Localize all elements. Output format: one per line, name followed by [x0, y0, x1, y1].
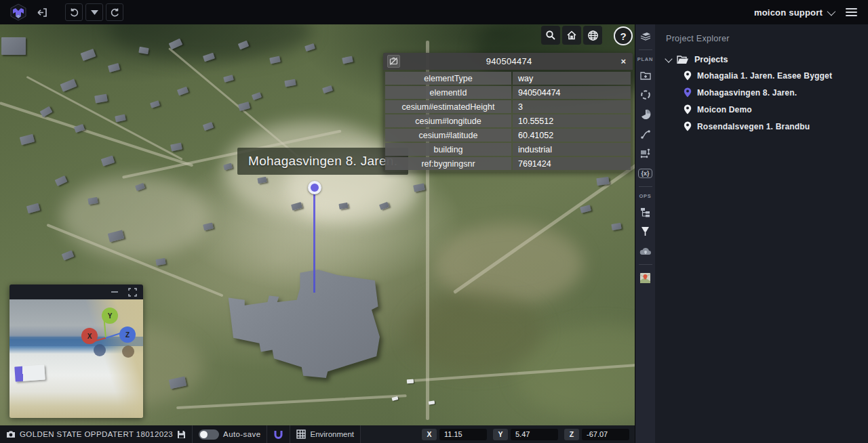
- gizmo-axis-y[interactable]: Y: [102, 308, 118, 324]
- gizmo-axis-negative[interactable]: [94, 344, 106, 356]
- map-building: [342, 56, 353, 64]
- property-row[interactable]: elementId 940504474: [385, 86, 631, 99]
- spline-icon[interactable]: [638, 127, 653, 141]
- hierarchy-icon[interactable]: [638, 205, 653, 219]
- property-value: 3: [513, 100, 631, 113]
- gizmo-axis-x[interactable]: X: [81, 328, 98, 344]
- map-road: [0, 102, 193, 167]
- map-road: [414, 364, 635, 382]
- gizmo-axis-z[interactable]: Z: [119, 326, 136, 343]
- chevron-expanded-icon[interactable]: [665, 55, 672, 62]
- map-pin-line: [313, 192, 315, 293]
- layers-icon[interactable]: [638, 30, 653, 43]
- camera-off-icon[interactable]: [387, 55, 400, 68]
- map-building: [291, 202, 302, 211]
- project-tree-item-label: Moicon Demo: [697, 105, 752, 114]
- map-terrain-patch: [108, 24, 312, 61]
- map-building: [169, 377, 186, 389]
- coord-x-value[interactable]: 11.15: [439, 429, 487, 440]
- map-building: [223, 163, 233, 171]
- pie-chart-icon[interactable]: [638, 108, 653, 121]
- history-dropdown-button[interactable]: [85, 3, 103, 21]
- property-key: building: [385, 143, 511, 156]
- exit-project-button[interactable]: [34, 4, 50, 20]
- map-building: [60, 79, 77, 91]
- camera-preview-window[interactable]: YXZ: [9, 284, 143, 418]
- divider: [639, 49, 652, 50]
- property-row[interactable]: cesium#latitude 60.41052: [385, 129, 631, 142]
- cloud-pin-icon[interactable]: [638, 245, 653, 258]
- autosave-section: Auto-save: [193, 425, 267, 443]
- variable-icon[interactable]: {x}: [638, 167, 653, 180]
- coord-z-label: Z: [564, 429, 579, 440]
- coord-y-value[interactable]: 5.47: [511, 429, 558, 440]
- property-row[interactable]: cesium#estimatedHeight 3: [385, 100, 631, 113]
- location-pin-icon: [684, 104, 692, 114]
- property-row[interactable]: cesium#longitude 10.55512: [385, 114, 631, 127]
- property-row[interactable]: ref:bygningsnr 7691424: [385, 157, 631, 170]
- projects-root-node[interactable]: Projects: [666, 55, 868, 64]
- location-pin-icon: [684, 87, 692, 98]
- top-toolbar: moicon support: [0, 0, 868, 24]
- sync-icon[interactable]: [638, 88, 653, 102]
- redo-button[interactable]: [106, 3, 123, 21]
- project-tree-item[interactable]: Rosendalsvegen 1. Brandbu: [666, 118, 868, 135]
- close-icon[interactable]: ×: [618, 57, 629, 66]
- map-building: [170, 142, 182, 151]
- preview-truck: [14, 364, 45, 381]
- axis-gizmo[interactable]: YXZ: [75, 302, 142, 370]
- globe-button[interactable]: [583, 26, 602, 45]
- map-pin-icon[interactable]: [638, 225, 653, 238]
- property-row[interactable]: elementType way: [385, 72, 631, 85]
- minimap-icon[interactable]: [638, 271, 653, 284]
- preview-3d-scene[interactable]: YXZ: [9, 299, 143, 418]
- property-value: 7691424: [513, 157, 631, 170]
- map-pin[interactable]: [308, 181, 321, 194]
- environment-button[interactable]: Environment: [296, 429, 354, 439]
- project-tree-item[interactable]: Mohagasvingen 8. Jaren.: [666, 84, 868, 101]
- property-key: cesium#longitude: [385, 114, 511, 127]
- map-building: [87, 197, 98, 205]
- map-building: [115, 114, 126, 123]
- add-folder-icon[interactable]: [638, 68, 653, 82]
- project-tree-item[interactable]: Moicon Demo: [666, 101, 868, 118]
- help-button[interactable]: ?: [614, 26, 633, 45]
- map-terrain-patch: [434, 224, 583, 305]
- property-key: cesium#latitude: [385, 129, 511, 142]
- transform-icon[interactable]: [638, 147, 653, 161]
- map-building: [55, 175, 68, 186]
- minimize-icon[interactable]: [109, 287, 120, 297]
- history-controls: [62, 3, 123, 21]
- coord-z-value[interactable]: -67.07: [582, 429, 629, 440]
- search-button[interactable]: [541, 26, 560, 45]
- magnet-icon[interactable]: [273, 429, 283, 440]
- main-menu-button[interactable]: [843, 5, 860, 19]
- map-building: [203, 122, 214, 131]
- gizmo-axis-negative[interactable]: [122, 345, 134, 358]
- selected-building-3d[interactable]: [225, 270, 388, 378]
- map-building: [203, 53, 215, 62]
- home-view-button[interactable]: [562, 26, 581, 45]
- map-building: [413, 183, 425, 192]
- property-row[interactable]: building industrial: [385, 143, 631, 156]
- property-key: elementId: [385, 86, 511, 99]
- grid-icon: [296, 429, 306, 439]
- project-tree-item-label: Mohagasvingen 8. Jaren.: [697, 88, 797, 98]
- properties-panel-header[interactable]: 940504474 ×: [383, 53, 633, 70]
- undo-button[interactable]: [65, 3, 83, 21]
- map-building: [238, 102, 250, 111]
- map-road: [168, 47, 304, 162]
- project-tree-item[interactable]: Mohagalia 1. Jaren. Easee Bygget: [666, 67, 868, 84]
- autosave-toggle[interactable]: [199, 429, 219, 440]
- map-building: [177, 87, 189, 96]
- property-value: 940504474: [513, 86, 631, 99]
- map-building: [223, 75, 234, 82]
- properties-panel: 940504474 × elementType way elementId 94…: [383, 53, 633, 172]
- property-key: cesium#estimatedHeight: [385, 100, 511, 113]
- account-menu[interactable]: moicon support: [754, 7, 833, 18]
- expand-icon[interactable]: [127, 287, 138, 297]
- moicon-logo-icon[interactable]: [8, 2, 28, 22]
- map-3d-viewport[interactable]: Mohagasvingen 8. Jaren.: [0, 24, 635, 443]
- map-vehicle: [429, 400, 435, 404]
- save-icon[interactable]: [177, 430, 186, 439]
